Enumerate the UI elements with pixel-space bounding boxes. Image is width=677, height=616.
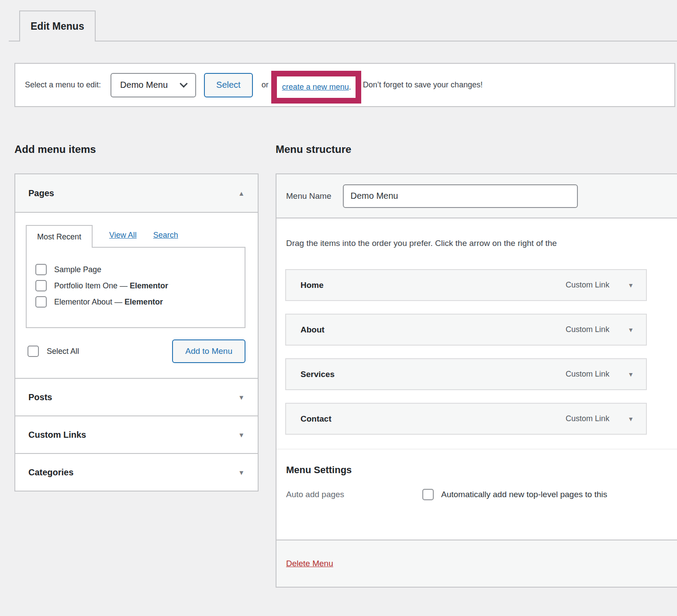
menu-item-type: Custom Link <box>566 414 609 423</box>
posts-panel-title: Posts <box>28 392 52 402</box>
page-item-label: Sample Page <box>54 265 101 274</box>
menu-item-label: Home <box>301 280 324 290</box>
categories-panel-title: Categories <box>28 467 73 478</box>
page-item-suffix: Elementor <box>124 298 163 306</box>
menu-item-type: Custom Link <box>566 325 609 334</box>
menu-item-about[interactable]: About Custom Link ▼ <box>285 314 647 346</box>
chevron-down-icon[interactable]: ▼ <box>238 431 245 439</box>
list-item: Sample Page <box>35 264 238 275</box>
chevron-down-icon <box>180 80 187 87</box>
menu-item-contact[interactable]: Contact Custom Link ▼ <box>285 403 647 435</box>
posts-accordion-header[interactable]: Posts ▼ <box>15 378 258 415</box>
menu-dropdown[interactable]: Demo Menu <box>111 73 196 97</box>
menu-structure-heading: Menu structure <box>276 143 351 156</box>
chevron-down-icon[interactable]: ▼ <box>238 469 245 476</box>
page-item-label: Elementor About — <box>54 298 124 306</box>
auto-add-pages-text: Automatically add new top-level pages to… <box>441 490 607 499</box>
select-all-label: Select All <box>47 347 79 356</box>
custom-links-accordion-header[interactable]: Custom Links ▼ <box>15 415 258 453</box>
save-changes-reminder: Don’t forget to save your changes! <box>363 80 483 90</box>
expand-arrow-icon[interactable]: ▼ <box>628 415 634 422</box>
auto-add-pages-label: Auto add pages <box>286 490 422 499</box>
tab-most-recent[interactable]: Most Recent <box>26 225 93 248</box>
auto-add-pages-row: Auto add pages Automatically add new top… <box>276 476 677 500</box>
pages-accordion-header[interactable]: Pages ▲ <box>15 174 258 213</box>
annotation-highlight-box: create a new menu . <box>271 71 361 104</box>
menu-structure-panel: Menu Name Drag the items into the order … <box>276 173 677 588</box>
expand-arrow-icon[interactable]: ▼ <box>628 282 634 289</box>
list-item: Portfolio Item One — Elementor <box>35 280 238 291</box>
page-item-label: Portfolio Item One — <box>54 281 130 290</box>
menu-item-label: Contact <box>301 414 332 424</box>
or-text: or <box>262 80 269 90</box>
tab-search[interactable]: Search <box>153 231 178 247</box>
select-button[interactable]: Select <box>204 73 253 97</box>
list-item: Elementor About — Elementor <box>35 296 238 308</box>
delete-menu-link[interactable]: Delete Menu <box>286 559 333 568</box>
menu-item-home[interactable]: Home Custom Link ▼ <box>285 269 647 301</box>
menu-settings-heading: Menu Settings <box>276 450 677 476</box>
checkbox-portfolio-item-one[interactable] <box>35 280 47 291</box>
page-item-suffix: Elementor <box>130 281 168 290</box>
menu-items-list: Home Custom Link ▼ About Custom Link ▼ S… <box>276 269 677 435</box>
nav-tab-divider <box>9 41 677 42</box>
menu-item-label: Services <box>301 370 335 379</box>
menu-name-band: Menu Name <box>276 174 677 218</box>
chevron-down-icon[interactable]: ▼ <box>238 394 245 401</box>
expand-arrow-icon[interactable]: ▼ <box>628 371 634 378</box>
menu-item-type: Custom Link <box>566 280 609 290</box>
period-text: . <box>349 83 351 92</box>
auto-add-pages-checkbox[interactable] <box>422 489 434 500</box>
create-new-menu-link[interactable]: create a new menu <box>282 83 349 92</box>
menu-select-toolbar: Select a menu to edit: Demo Menu Select … <box>14 63 675 107</box>
select-all-control: Select All <box>28 346 79 357</box>
tab-view-all[interactable]: View All <box>109 231 137 247</box>
menu-item-services[interactable]: Services Custom Link ▼ <box>285 358 647 390</box>
select-all-checkbox[interactable] <box>28 346 39 357</box>
menu-name-label: Menu Name <box>286 191 332 201</box>
categories-accordion-header[interactable]: Categories ▼ <box>15 453 258 491</box>
pages-checklist: Sample Page Portfolio Item One — Element… <box>26 247 245 328</box>
pages-actions-row: Select All Add to Menu <box>26 339 245 363</box>
pages-panel-body: Most Recent View All Search Sample Page … <box>15 213 258 378</box>
tab-edit-menus-label: Edit Menus <box>31 21 84 32</box>
custom-links-panel-title: Custom Links <box>28 430 86 440</box>
pages-panel-title: Pages <box>28 188 54 198</box>
expand-arrow-icon[interactable]: ▼ <box>628 326 634 333</box>
checkbox-elementor-about[interactable] <box>35 296 47 308</box>
menu-item-type: Custom Link <box>566 370 609 379</box>
menu-item-label: About <box>301 325 325 335</box>
add-to-menu-button[interactable]: Add to Menu <box>172 339 245 363</box>
menu-structure-footer: Delete Menu <box>276 540 677 587</box>
drag-hint-text: Drag the items into the order you prefer… <box>276 218 677 248</box>
menu-name-input[interactable] <box>343 184 578 208</box>
select-menu-label: Select a menu to edit: <box>25 80 101 90</box>
add-menu-items-heading: Add menu items <box>14 143 96 156</box>
tab-edit-menus[interactable]: Edit Menus <box>19 10 96 42</box>
add-menu-items-panel: Pages ▲ Most Recent View All Search Samp… <box>14 173 259 491</box>
chevron-up-icon[interactable]: ▲ <box>238 190 245 197</box>
pages-tabs: Most Recent View All Search <box>26 225 245 247</box>
checkbox-sample-page[interactable] <box>35 264 47 275</box>
menu-dropdown-value: Demo Menu <box>120 80 168 90</box>
